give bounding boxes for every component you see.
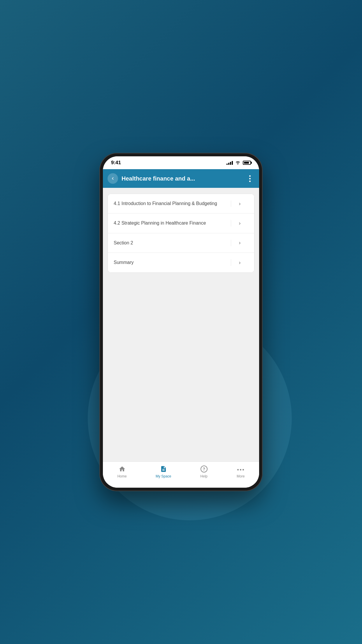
help-icon: ? — [200, 465, 208, 473]
list-item-2[interactable]: 4.2 Strategic Planning in Healthcare Fin… — [108, 214, 254, 233]
myspace-icon — [160, 465, 167, 473]
signal-icon — [226, 161, 233, 165]
list-item-1[interactable]: 4.1 Introduction to Financial Planning &… — [108, 194, 254, 214]
battery-icon — [243, 161, 251, 165]
nav-item-more[interactable]: More — [232, 465, 249, 478]
content-list: 4.1 Introduction to Financial Planning &… — [108, 194, 254, 273]
list-item-2-chevron-container: › — [231, 220, 248, 226]
list-item-3-chevron-container: › — [231, 240, 248, 246]
status-bar: 9:41 — [103, 156, 259, 169]
nav-item-myspace[interactable]: My Space — [151, 465, 176, 478]
status-time: 9:41 — [111, 160, 121, 166]
device-frame: 9:41 — [99, 153, 263, 491]
chevron-right-icon: › — [239, 260, 241, 266]
nav-more-label: More — [237, 474, 245, 478]
menu-button[interactable] — [245, 174, 254, 183]
device-screen: 9:41 — [103, 156, 259, 488]
list-item-3[interactable]: Section 2 › — [108, 233, 254, 253]
nav-item-help[interactable]: ? Help — [196, 465, 212, 478]
nav-item-home[interactable]: Home — [113, 465, 131, 478]
app-header: Healthcare finance and a... — [103, 169, 259, 188]
page-title: Healthcare finance and a... — [122, 175, 242, 182]
wifi-icon — [235, 160, 240, 165]
more-vertical-icon — [249, 175, 251, 182]
list-item-2-text: 4.2 Strategic Planning in Healthcare Fin… — [114, 220, 231, 226]
more-icon — [237, 465, 245, 473]
list-item-1-text: 4.1 Introduction to Financial Planning &… — [114, 200, 231, 207]
list-item-4-chevron-container: › — [231, 259, 248, 266]
bottom-nav: Home My Space ? Help — [103, 461, 259, 488]
list-item-4-text: Summary — [114, 259, 231, 266]
nav-myspace-label: My Space — [156, 474, 171, 478]
list-item-1-chevron-container: › — [231, 200, 248, 207]
chevron-right-icon: › — [239, 240, 241, 246]
list-item-4[interactable]: Summary › — [108, 253, 254, 272]
nav-help-label: Help — [200, 474, 208, 478]
app-content: 4.1 Introduction to Financial Planning &… — [103, 188, 259, 461]
home-icon — [118, 465, 126, 473]
chevron-right-icon: › — [239, 220, 241, 226]
chevron-right-icon: › — [239, 201, 241, 207]
nav-home-label: Home — [117, 474, 127, 478]
device-wrapper: 9:41 — [99, 153, 263, 491]
list-item-3-text: Section 2 — [114, 240, 231, 246]
back-button[interactable] — [108, 173, 118, 184]
status-icons — [226, 160, 251, 165]
